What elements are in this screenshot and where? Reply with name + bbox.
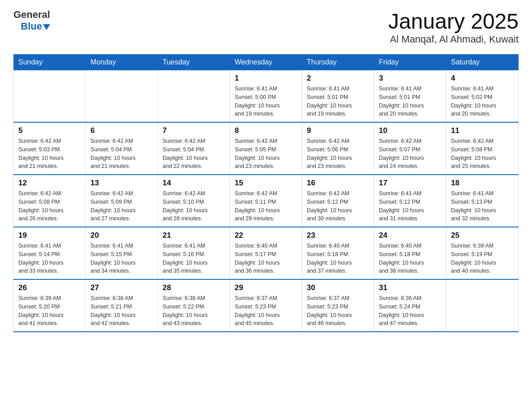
calendar-cell: 4Sunrise: 6:41 AM Sunset: 5:02 PM Daylig… [446,70,519,123]
day-header-saturday: Saturday [446,55,519,70]
calendar-cell: 12Sunrise: 6:42 AM Sunset: 5:08 PM Dayli… [14,175,86,227]
day-info: Sunrise: 6:41 AM Sunset: 5:01 PM Dayligh… [307,85,369,118]
calendar-cell [14,70,86,123]
day-info: Sunrise: 6:42 AM Sunset: 5:10 PM Dayligh… [163,189,225,223]
calendar-cell: 6Sunrise: 6:42 AM Sunset: 5:04 PM Daylig… [86,122,158,175]
calendar-cell: 13Sunrise: 6:42 AM Sunset: 5:09 PM Dayli… [86,175,158,227]
calendar-header: SundayMondayTuesdayWednesdayThursdayFrid… [14,55,519,70]
calendar-cell: 24Sunrise: 6:40 AM Sunset: 5:18 PM Dayli… [374,227,446,279]
calendar-cell: 27Sunrise: 6:38 AM Sunset: 5:21 PM Dayli… [86,279,158,332]
day-info: Sunrise: 6:41 AM Sunset: 5:13 PM Dayligh… [451,189,514,223]
calendar-cell: 15Sunrise: 6:42 AM Sunset: 5:11 PM Dayli… [230,175,302,227]
day-number: 10 [379,126,442,135]
calendar-cell: 3Sunrise: 6:41 AM Sunset: 5:01 PM Daylig… [374,70,446,123]
day-header-friday: Friday [374,55,446,70]
day-number: 21 [163,231,225,240]
week-row-3: 12Sunrise: 6:42 AM Sunset: 5:08 PM Dayli… [14,175,519,227]
day-number: 29 [235,283,297,292]
calendar-cell: 23Sunrise: 6:40 AM Sunset: 5:18 PM Dayli… [302,227,374,279]
calendar-cell: 9Sunrise: 6:42 AM Sunset: 5:06 PM Daylig… [302,122,374,175]
day-info: Sunrise: 6:39 AM Sunset: 5:19 PM Dayligh… [451,242,514,275]
day-info: Sunrise: 6:36 AM Sunset: 5:24 PM Dayligh… [379,294,442,328]
day-info: Sunrise: 6:42 AM Sunset: 5:08 PM Dayligh… [451,137,514,171]
day-headers-row: SundayMondayTuesdayWednesdayThursdayFrid… [14,55,519,70]
day-info: Sunrise: 6:41 AM Sunset: 5:14 PM Dayligh… [18,242,81,275]
day-header-sunday: Sunday [14,55,86,70]
day-number: 1 [235,74,297,83]
calendar-cell: 5Sunrise: 6:42 AM Sunset: 5:03 PM Daylig… [14,122,86,175]
day-number: 22 [235,231,297,240]
day-info: Sunrise: 6:39 AM Sunset: 5:20 PM Dayligh… [18,294,81,328]
calendar-cell: 11Sunrise: 6:42 AM Sunset: 5:08 PM Dayli… [446,122,519,175]
calendar-body: 1Sunrise: 6:41 AM Sunset: 5:00 PM Daylig… [14,70,519,332]
day-number: 2 [307,74,369,83]
week-row-5: 26Sunrise: 6:39 AM Sunset: 5:20 PM Dayli… [14,279,519,332]
day-info: Sunrise: 6:42 AM Sunset: 5:05 PM Dayligh… [235,137,297,171]
day-info: Sunrise: 6:42 AM Sunset: 5:08 PM Dayligh… [18,189,81,223]
day-info: Sunrise: 6:40 AM Sunset: 5:18 PM Dayligh… [307,242,369,275]
day-number: 19 [18,231,81,240]
day-number: 16 [307,179,369,188]
day-info: Sunrise: 6:42 AM Sunset: 5:12 PM Dayligh… [307,189,369,223]
logo-triangle-icon [43,24,50,30]
day-number: 8 [235,126,297,135]
calendar-cell: 1Sunrise: 6:41 AM Sunset: 5:00 PM Daylig… [230,70,302,123]
day-header-wednesday: Wednesday [230,55,302,70]
day-info: Sunrise: 6:42 AM Sunset: 5:11 PM Dayligh… [235,189,297,223]
calendar-cell: 8Sunrise: 6:42 AM Sunset: 5:05 PM Daylig… [230,122,302,175]
page-header: General Blue January 2025 Al Manqaf, Al … [13,9,519,45]
day-number: 13 [90,179,153,188]
day-number: 6 [90,126,153,135]
calendar-title: January 2025 [388,9,519,34]
day-number: 12 [18,179,81,188]
title-section: January 2025 Al Manqaf, Al Ahmadi, Kuwai… [388,9,519,45]
day-header-monday: Monday [86,55,158,70]
day-header-thursday: Thursday [302,55,374,70]
day-number: 27 [90,283,153,292]
day-info: Sunrise: 6:42 AM Sunset: 5:03 PM Dayligh… [18,137,81,171]
calendar-cell: 18Sunrise: 6:41 AM Sunset: 5:13 PM Dayli… [446,175,519,227]
day-number: 28 [163,283,225,292]
calendar-cell: 25Sunrise: 6:39 AM Sunset: 5:19 PM Dayli… [446,227,519,279]
day-number: 5 [18,126,81,135]
calendar-cell [158,70,230,123]
calendar-cell: 22Sunrise: 6:40 AM Sunset: 5:17 PM Dayli… [230,227,302,279]
calendar-cell: 21Sunrise: 6:41 AM Sunset: 5:16 PM Dayli… [158,227,230,279]
calendar-cell [86,70,158,123]
day-info: Sunrise: 6:40 AM Sunset: 5:17 PM Dayligh… [235,242,297,275]
calendar-cell [446,279,519,332]
day-info: Sunrise: 6:41 AM Sunset: 5:02 PM Dayligh… [451,85,514,118]
calendar-subtitle: Al Manqaf, Al Ahmadi, Kuwait [388,34,519,45]
day-info: Sunrise: 6:41 AM Sunset: 5:12 PM Dayligh… [379,189,442,223]
day-number: 31 [379,283,442,292]
day-number: 15 [235,179,297,188]
day-info: Sunrise: 6:42 AM Sunset: 5:07 PM Dayligh… [379,137,442,171]
day-number: 17 [379,179,442,188]
calendar-cell: 7Sunrise: 6:42 AM Sunset: 5:04 PM Daylig… [158,122,230,175]
calendar-cell: 16Sunrise: 6:42 AM Sunset: 5:12 PM Dayli… [302,175,374,227]
day-info: Sunrise: 6:37 AM Sunset: 5:23 PM Dayligh… [235,294,297,328]
day-header-tuesday: Tuesday [158,55,230,70]
week-row-1: 1Sunrise: 6:41 AM Sunset: 5:00 PM Daylig… [14,70,519,123]
day-number: 23 [307,231,369,240]
day-number: 24 [379,231,442,240]
calendar-cell: 28Sunrise: 6:38 AM Sunset: 5:22 PM Dayli… [158,279,230,332]
day-info: Sunrise: 6:42 AM Sunset: 5:04 PM Dayligh… [163,137,225,171]
calendar-cell: 19Sunrise: 6:41 AM Sunset: 5:14 PM Dayli… [14,227,86,279]
day-info: Sunrise: 6:41 AM Sunset: 5:01 PM Dayligh… [379,85,442,118]
day-info: Sunrise: 6:37 AM Sunset: 5:23 PM Dayligh… [307,294,369,328]
logo-general: General [13,9,50,21]
calendar-cell: 17Sunrise: 6:41 AM Sunset: 5:12 PM Dayli… [374,175,446,227]
day-number: 7 [163,126,225,135]
day-info: Sunrise: 6:42 AM Sunset: 5:04 PM Dayligh… [90,137,153,171]
calendar-cell: 10Sunrise: 6:42 AM Sunset: 5:07 PM Dayli… [374,122,446,175]
logo: General Blue [13,9,50,32]
day-info: Sunrise: 6:38 AM Sunset: 5:21 PM Dayligh… [90,294,153,328]
week-row-4: 19Sunrise: 6:41 AM Sunset: 5:14 PM Dayli… [14,227,519,279]
day-info: Sunrise: 6:40 AM Sunset: 5:18 PM Dayligh… [379,242,442,275]
day-number: 25 [451,231,514,240]
day-number: 26 [18,283,81,292]
calendar-cell: 30Sunrise: 6:37 AM Sunset: 5:23 PM Dayli… [302,279,374,332]
day-number: 14 [163,179,225,188]
day-info: Sunrise: 6:41 AM Sunset: 5:16 PM Dayligh… [163,242,225,275]
